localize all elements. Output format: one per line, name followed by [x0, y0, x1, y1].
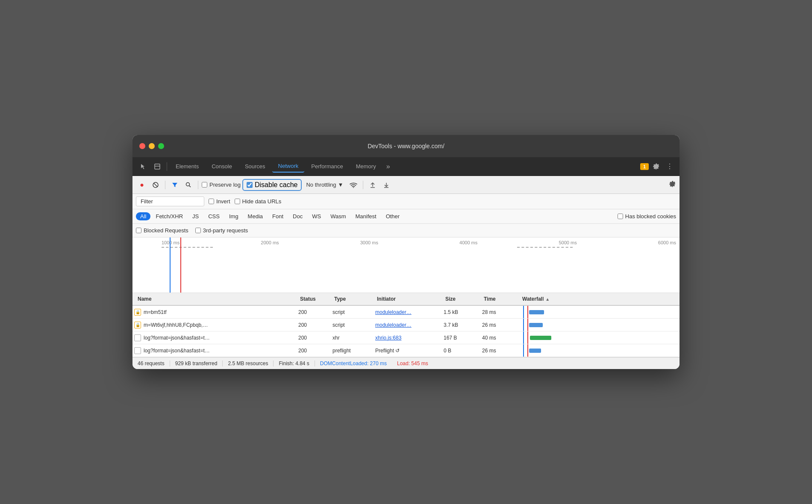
settings-icon[interactable]	[650, 160, 662, 173]
invert-checkbox[interactable]	[209, 199, 214, 204]
td-initiator-1: moduleloader…	[372, 309, 440, 315]
type-filter-other[interactable]: Other	[382, 212, 404, 220]
dock-icon[interactable]	[150, 160, 164, 173]
wf-blue-line-2	[523, 319, 524, 331]
table-row[interactable]: log?format=json&hasfast=t… 200 preflight…	[132, 344, 680, 357]
td-size-2: 3.7 kB	[440, 322, 479, 328]
td-status-4: 200	[295, 348, 329, 354]
row3-name: log?format=json&hasfast=t…	[144, 335, 210, 341]
notifications-badge[interactable]: 1	[640, 163, 649, 170]
more-options-icon[interactable]: ⋮	[663, 160, 676, 173]
cursor-icon[interactable]	[136, 160, 150, 173]
th-size[interactable]: Size	[442, 296, 480, 302]
timeline-blue-line	[170, 237, 171, 293]
blocked-cookies-checkbox[interactable]	[618, 214, 623, 219]
th-name[interactable]: Name	[134, 296, 297, 302]
td-initiator-4: Preflight ↺	[372, 348, 440, 354]
type-filter-fetch-xhr[interactable]: Fetch/XHR	[151, 212, 187, 220]
clear-button[interactable]	[150, 179, 162, 191]
type-filter-media[interactable]: Media	[244, 212, 267, 220]
initiator-text-4: Preflight ↺	[375, 348, 400, 354]
blocked-requests-text: Blocked Requests	[144, 227, 188, 234]
wf-bar-2	[529, 323, 543, 327]
status-bar: 46 requests 929 kB transferred 2.5 MB re…	[132, 357, 680, 369]
type-filter-css[interactable]: CSS	[204, 212, 224, 220]
tabs-bar: Elements Console Sources Network Perform…	[132, 157, 680, 176]
close-button[interactable]	[139, 143, 145, 149]
type-filter-all[interactable]: All	[136, 212, 150, 220]
throttle-label: No throttling	[306, 182, 336, 188]
table-row[interactable]: 🔒 m=Wt6vjf,hhhU8,FCpbqb,… 200 script mod…	[132, 319, 680, 331]
wf-blue-line-1	[523, 306, 524, 318]
separator	[167, 162, 167, 171]
tab-performance[interactable]: Performance	[305, 161, 349, 172]
table-row[interactable]: log?format=json&hasfast=t… 200 xhr xhrio…	[132, 331, 680, 344]
wifi-icon[interactable]	[347, 179, 359, 191]
wf-blue-line-3	[523, 331, 524, 344]
traffic-lights	[139, 143, 164, 149]
download-icon[interactable]	[380, 179, 392, 191]
finish-time: Finish: 4.84 s	[274, 360, 315, 366]
initiator-link-1[interactable]: moduleloader…	[375, 309, 412, 315]
type-filter-img[interactable]: Img	[225, 212, 243, 220]
type-filter-js[interactable]: JS	[188, 212, 203, 220]
window-title: DevTools - www.google.com/	[368, 143, 444, 149]
tab-network[interactable]: Network	[272, 160, 305, 173]
filter-icon-button[interactable]	[169, 179, 181, 191]
hide-data-urls-checkbox[interactable]	[235, 199, 240, 204]
minimize-button[interactable]	[149, 143, 155, 149]
type-filter-font[interactable]: Font	[268, 212, 288, 220]
td-time-2: 26 ms	[479, 322, 517, 328]
maximize-button[interactable]	[158, 143, 164, 149]
upload-icon[interactable]	[367, 179, 379, 191]
blocked-cookies-label[interactable]: Has blocked cookies	[618, 213, 676, 220]
type-filter-manifest[interactable]: Manifest	[351, 212, 380, 220]
type-filter-doc[interactable]: Doc	[288, 212, 307, 220]
record-button[interactable]: ●	[136, 179, 148, 191]
tab-elements[interactable]: Elements	[170, 161, 205, 172]
filter-input[interactable]: Filter	[136, 196, 204, 206]
sort-arrow-icon: ▲	[545, 297, 550, 302]
th-waterfall[interactable]: Waterfall ▲	[519, 296, 665, 302]
search-button[interactable]	[182, 179, 194, 191]
th-time[interactable]: Time	[480, 296, 519, 302]
td-size-4: 0 B	[440, 348, 479, 354]
third-party-checkbox[interactable]	[195, 228, 201, 233]
blocked-requests-label[interactable]: Blocked Requests	[136, 227, 188, 234]
td-status-3: 200	[295, 335, 329, 341]
table-row[interactable]: 🔒 m=bm51tf 200 script moduleloader… 1.5 …	[132, 306, 680, 319]
invert-label[interactable]: Invert	[209, 198, 230, 205]
network-settings-icon[interactable]	[668, 180, 676, 190]
tl-label-3: 3000 ms	[360, 240, 378, 245]
td-type-2: script	[329, 322, 372, 328]
type-filter-wasm[interactable]: Wasm	[326, 212, 350, 220]
row2-name: m=Wt6vjf,hhhU8,FCpbqb,…	[144, 322, 208, 328]
disable-cache-checkbox[interactable]	[247, 182, 253, 188]
throttle-select[interactable]: No throttling ▼	[303, 180, 346, 189]
row1-name: m=bm51tf	[144, 309, 167, 315]
initiator-link-2[interactable]: moduleloader…	[375, 322, 412, 328]
third-party-label[interactable]: 3rd-party requests	[195, 227, 248, 234]
wf-red-line-4	[527, 344, 528, 357]
table-header: Name Status Type Initiator Size Time Wat…	[132, 293, 680, 306]
tab-sources[interactable]: Sources	[239, 161, 271, 172]
td-status-1: 200	[295, 309, 329, 315]
th-status[interactable]: Status	[297, 296, 331, 302]
th-type[interactable]: Type	[331, 296, 374, 302]
more-tabs-button[interactable]: »	[383, 163, 394, 170]
preserve-log-label[interactable]: Preserve log	[202, 182, 241, 188]
svg-point-4	[186, 182, 190, 186]
hide-data-urls-label[interactable]: Hide data URLs	[235, 198, 282, 205]
svg-line-3	[154, 183, 157, 187]
wf-red-line-1	[527, 306, 528, 318]
th-initiator[interactable]: Initiator	[374, 296, 442, 302]
tab-console[interactable]: Console	[206, 161, 238, 172]
initiator-link-3[interactable]: xhrio.js:683	[375, 335, 401, 341]
timeline-dashes-2	[517, 247, 573, 248]
preserve-log-checkbox[interactable]	[202, 182, 207, 188]
tab-memory[interactable]: Memory	[350, 161, 382, 172]
resources-size: 2.5 MB resources	[223, 360, 274, 366]
blocked-requests-checkbox[interactable]	[136, 228, 141, 233]
type-filter-ws[interactable]: WS	[308, 212, 325, 220]
wf-blue-line-4	[523, 344, 524, 357]
